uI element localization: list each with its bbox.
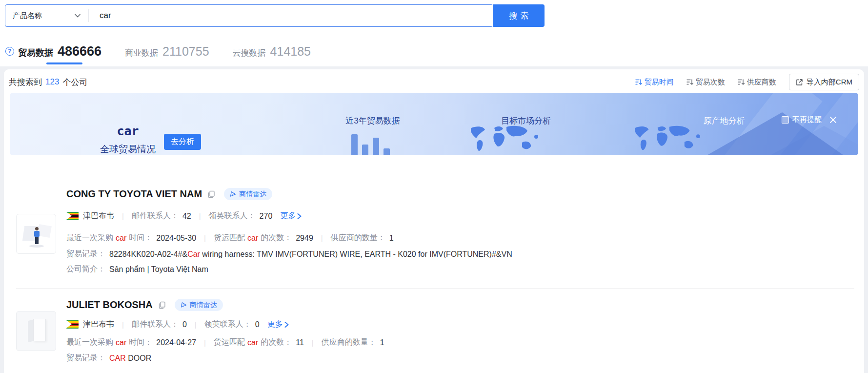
email-contacts-value: 42 [182, 212, 191, 221]
radar-badge[interactable]: 商情雷达 [224, 188, 272, 200]
trade-record-label: 贸易记录： [66, 249, 105, 259]
sort-icon [738, 79, 745, 85]
trade-record-post: wiring harness: TMV IMV(FORTUNER) WIRE, … [200, 250, 512, 259]
tab-label: 云搜数据 [233, 47, 266, 59]
close-icon[interactable] [829, 116, 837, 124]
tab-count: 2110755 [162, 44, 209, 59]
sort-icon [686, 79, 693, 85]
more-link[interactable]: 更多 [280, 211, 302, 221]
email-contacts-label: 邮件联系人： [132, 319, 179, 330]
more-link[interactable]: 更多 [267, 319, 289, 330]
keyword-highlight: car [116, 338, 126, 347]
tab-cloud-search-data[interactable]: 云搜数据 414185 [233, 44, 311, 59]
zimbabwe-flag-icon [66, 212, 79, 220]
trade-bar [373, 138, 379, 155]
more-label: 更多 [280, 211, 296, 221]
last-purchase-label-pre: 最近一次采购 [66, 337, 113, 348]
banner-section-trade-title: 近3年贸易数据 [331, 115, 414, 126]
more-label: 更多 [267, 319, 283, 330]
suppliers-label: 供应商的数量： [322, 337, 376, 348]
last-purchase-label-post: 时间： [129, 337, 152, 348]
zimbabwe-flag-icon [66, 320, 79, 329]
keyword-highlight: car [247, 234, 258, 243]
company-name-link[interactable]: CONG TY TOYOTA VIET NAM [66, 188, 202, 200]
chevron-right-icon [284, 322, 289, 328]
placeholder-person [35, 237, 39, 244]
company-contacts-row: 津巴布韦 | 邮件联系人： 42 | 领英联系人： 270 更多 [66, 211, 302, 221]
trade-record-pre: 82284KK020-A02-4#& [109, 250, 187, 259]
tab-trade-data[interactable]: 贸易数据 486666 [18, 44, 101, 59]
tabs-row: ? 贸易数据 486666 商业数据 2110755 云搜数据 414185 [5, 40, 334, 62]
sort-supplier-count[interactable]: 供应商数 [738, 78, 776, 87]
profile-label: 公司简介： [66, 264, 105, 274]
search-button[interactable]: 搜索 [493, 4, 545, 27]
search-category-select[interactable]: 产品名称 [5, 5, 88, 26]
results-bar-actions: 贸易时间 贸易次数 供应商数 [635, 74, 859, 90]
banner-keyword: car [94, 124, 162, 138]
company-thumbnail[interactable] [16, 311, 56, 351]
keyword-highlight: car [247, 338, 258, 347]
trade-bar [362, 145, 368, 155]
export-icon [796, 79, 803, 86]
last-purchase-date: 2024-04-27 [156, 338, 196, 347]
sort-trade-time[interactable]: 贸易时间 [635, 78, 674, 87]
separator: | [199, 212, 201, 220]
banner-keyword-block: car 全球贸易情况 [94, 124, 162, 155]
freight-label-pre: 货运匹配 [214, 337, 245, 348]
suppliers-label: 供应商的数量： [331, 233, 385, 243]
world-map-icon [628, 125, 706, 154]
email-contacts-value: 0 [182, 320, 187, 329]
country-name: 津巴布韦 [83, 319, 114, 330]
sort-label: 贸易时间 [645, 78, 674, 87]
separator: | [122, 212, 124, 220]
company-trade-record-row: 贸易记录： 82284KK020-A02-4#& Car wiring harn… [66, 249, 512, 259]
last-purchase-label-post: 时间： [129, 233, 152, 243]
chevron-right-icon [297, 213, 302, 219]
placeholder-shadow [29, 245, 44, 248]
placeholder-person [34, 231, 40, 237]
email-contacts-label: 邮件联系人： [132, 211, 179, 221]
help-icon[interactable]: ? [5, 47, 14, 56]
search-category-label: 产品名称 [13, 11, 42, 21]
profile-text: Sản phẩm | Toyota Việt Nam [109, 265, 208, 274]
summary-suffix: 个公司 [62, 77, 87, 88]
company-thumbnail[interactable] [16, 214, 56, 254]
import-crm-label: 导入内部CRM [807, 78, 852, 87]
radar-badge[interactable]: 商情雷达 [175, 299, 223, 311]
copy-icon[interactable] [158, 301, 166, 309]
tab-label: 贸易数据 [18, 47, 53, 59]
freight-count: 11 [296, 338, 304, 347]
freight-count: 2949 [296, 234, 313, 243]
linkedin-contacts-value: 270 [260, 212, 273, 221]
separator: | [122, 320, 124, 329]
linkedin-contacts-label: 领英联系人： [204, 319, 251, 330]
radar-badge-label: 商情雷达 [239, 190, 266, 199]
company-trade-stats-row: 最近一次采购 car 时间： 2024-04-27 | 货运匹配 car 的次数… [66, 337, 384, 348]
radar-icon [181, 302, 187, 308]
banner-subtitle: 全球贸易情况 [94, 143, 162, 155]
sort-label: 贸易次数 [696, 78, 725, 87]
sort-trade-count[interactable]: 贸易次数 [686, 78, 725, 87]
copy-icon[interactable] [207, 190, 215, 198]
company-name-link[interactable]: JULIET BOKOSHA [66, 299, 153, 311]
company-trade-record-row: 贸易记录： CAR DOOR [66, 353, 151, 363]
company-contacts-row: 津巴布韦 | 邮件联系人： 0 | 领英联系人： 0 更多 [66, 319, 289, 330]
radar-icon [230, 191, 236, 197]
sort-icon [635, 79, 642, 85]
trade-bar [351, 134, 358, 155]
import-crm-button[interactable]: 导入内部CRM [789, 74, 859, 90]
separator: | [204, 234, 206, 242]
banner-dismiss: 不再提醒 [782, 115, 837, 124]
trade-record-label: 贸易记录： [66, 353, 105, 363]
chevron-down-icon [75, 14, 81, 18]
freight-label-pre: 货运匹配 [214, 233, 245, 243]
company-title-row: JULIET BOKOSHA 商情雷达 [66, 299, 223, 311]
mini-bar-chart [351, 126, 390, 155]
dismiss-label: 不再提醒 [792, 115, 822, 124]
search-input[interactable] [89, 5, 493, 26]
analyze-button[interactable]: 去分析 [164, 134, 201, 150]
world-map-icon [467, 125, 541, 155]
dismiss-checkbox[interactable] [782, 116, 789, 124]
tab-business-data[interactable]: 商业数据 2110755 [125, 44, 209, 59]
separator: | [312, 338, 314, 347]
